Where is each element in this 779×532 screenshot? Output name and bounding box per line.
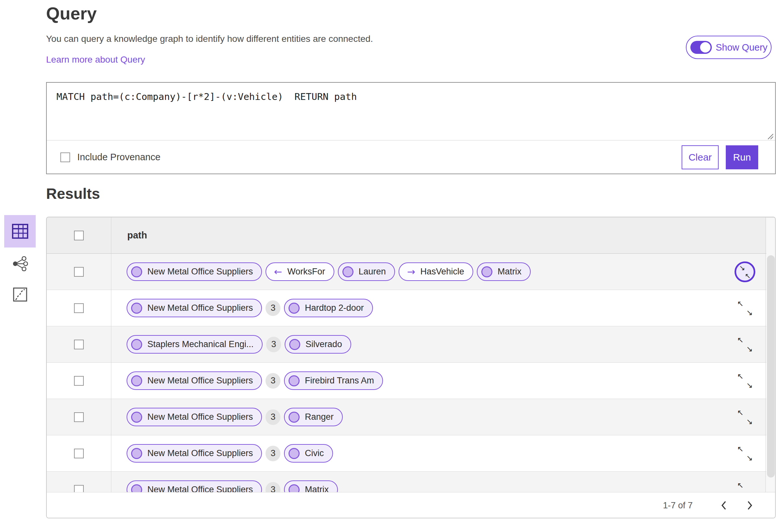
row-checkbox[interactable] [74, 267, 84, 277]
toggle-on-icon[interactable] [691, 41, 712, 54]
select-all-checkbox[interactable] [74, 230, 84, 241]
entity-pill[interactable]: Lauren [338, 262, 395, 281]
results-heading: Results [46, 185, 100, 202]
query-input[interactable]: MATCH path=(c:Company)-[r*2]-(v:Vehicle)… [47, 83, 775, 140]
checkbox-column-divider [111, 217, 111, 492]
arrow-right-icon: → [407, 266, 415, 277]
entity-pill[interactable]: Silverado [285, 335, 351, 353]
entity-pill[interactable]: Civic [284, 444, 333, 463]
scrollbar-column-divider [765, 217, 766, 492]
sidebar-item-table-view[interactable] [4, 215, 36, 248]
row-checkbox[interactable] [74, 412, 84, 422]
node-icon [131, 303, 142, 314]
relationship-count-badge[interactable]: 3 [265, 301, 281, 316]
expand-row-icon[interactable]: ↖↘ [737, 446, 753, 461]
collapse-row-icon[interactable]: ↘↖ [734, 261, 755, 282]
page-title: Query [46, 3, 97, 23]
node-icon [289, 448, 300, 459]
node-icon [131, 375, 142, 386]
entity-pill[interactable]: Staplers Mechanical Engi... [127, 335, 262, 353]
table-row[interactable]: New Metal Office Suppliers 3 Civic ↖↘ [47, 435, 775, 472]
entity-pill[interactable]: Hardtop 2-door [284, 299, 373, 317]
entity-pill[interactable]: New Metal Office Suppliers [127, 444, 262, 463]
relationship-count-badge[interactable]: 3 [265, 409, 281, 425]
pagination-bar: 1-7 of 7 [47, 492, 776, 518]
sidebar-item-link-chart-view[interactable] [4, 248, 36, 280]
table-row[interactable]: New Metal Office Suppliers 3 Ranger ↖↘ [47, 399, 775, 435]
entity-pill[interactable]: Ranger [284, 408, 343, 426]
row-checkbox[interactable] [74, 340, 84, 349]
table-row[interactable]: New Metal Office Suppliers 3 Hardtop 2-d… [47, 290, 775, 326]
run-button[interactable]: Run [726, 145, 758, 169]
arrow-left-icon: ← [274, 266, 282, 277]
include-provenance-label: Include Provenance [77, 152, 160, 162]
pagination-range: 1-7 of 7 [663, 501, 693, 511]
node-icon [289, 412, 300, 423]
node-icon [131, 448, 142, 459]
chevron-right-icon [747, 501, 753, 510]
map-icon [13, 287, 27, 302]
row-checkbox[interactable] [74, 376, 84, 386]
entity-pill[interactable]: New Metal Office Suppliers [127, 262, 262, 281]
previous-page-button[interactable] [711, 496, 737, 515]
include-provenance-checkbox[interactable] [60, 152, 70, 162]
relationship-count-badge[interactable]: 3 [265, 373, 281, 389]
relationship-pill[interactable]: ←WorksFor [265, 262, 334, 281]
table-row[interactable]: New Metal Office Suppliers ←WorksFor Lau… [47, 254, 775, 290]
link-chart-icon [12, 256, 28, 271]
entity-pill[interactable]: New Metal Office Suppliers [127, 299, 262, 317]
show-query-label: Show Query [716, 42, 768, 53]
query-footer: Include Provenance Clear Run [47, 140, 775, 174]
relationship-count-badge[interactable]: 3 [265, 446, 281, 461]
table-icon [12, 224, 28, 239]
table-header-row: path [47, 217, 775, 254]
node-icon [289, 303, 300, 314]
entity-pill[interactable]: Firebird Trans Am [284, 372, 383, 390]
learn-more-link[interactable]: Learn more about Query [46, 55, 145, 65]
show-query-toggle[interactable]: Show Query [686, 36, 772, 59]
node-icon [131, 266, 142, 277]
column-header-path: path [127, 230, 147, 241]
scrollbar-thumb[interactable] [767, 255, 775, 477]
expand-row-icon[interactable]: ↖↘ [737, 409, 753, 425]
node-icon [131, 339, 142, 350]
node-icon [481, 266, 492, 277]
toggle-knob [700, 42, 711, 53]
entity-pill[interactable]: Matrix [477, 262, 531, 281]
query-panel: MATCH path=(c:Company)-[r*2]-(v:Vehicle)… [46, 82, 776, 174]
relationship-count-badge[interactable]: 3 [266, 337, 281, 352]
expand-row-icon[interactable]: ↖↘ [737, 337, 753, 352]
node-icon [131, 412, 142, 423]
entity-pill[interactable]: New Metal Office Suppliers [127, 372, 262, 390]
row-checkbox[interactable] [74, 449, 84, 458]
row-checkbox[interactable] [74, 303, 84, 313]
results-table: path New Metal Office Suppliers ←WorksFo… [46, 217, 776, 518]
node-icon [289, 339, 300, 350]
resize-grip-icon[interactable] [766, 132, 774, 140]
relationship-pill[interactable]: →HasVehicle [399, 262, 473, 281]
node-icon [343, 266, 354, 277]
sidebar-item-map-view[interactable] [4, 278, 36, 311]
query-page: Query You can query a knowledge graph to… [0, 0, 779, 532]
expand-row-icon[interactable]: ↖↘ [737, 301, 753, 316]
chevron-left-icon [721, 501, 727, 510]
clear-button[interactable]: Clear [682, 145, 719, 169]
table-row[interactable]: Staplers Mechanical Engi... 3 Silverado … [47, 326, 775, 363]
expand-row-icon[interactable]: ↖↘ [737, 373, 753, 389]
next-page-button[interactable] [737, 496, 763, 515]
entity-pill[interactable]: New Metal Office Suppliers [127, 408, 262, 426]
page-description: You can query a knowledge graph to ident… [46, 34, 373, 44]
table-row[interactable]: New Metal Office Suppliers 3 Firebird Tr… [47, 363, 775, 399]
node-icon [289, 375, 300, 386]
